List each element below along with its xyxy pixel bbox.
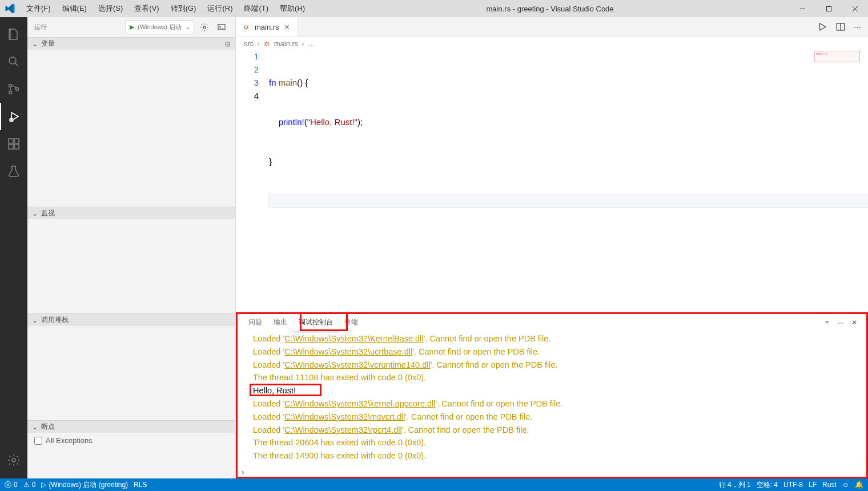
svg-point-1 (9, 57, 16, 64)
svg-point-4 (16, 88, 19, 91)
chevron-right-icon: › (302, 39, 304, 48)
more-icon[interactable]: ⋯ (854, 23, 861, 31)
svg-rect-9 (14, 139, 19, 143)
section-variables-header[interactable]: ⌄ 变量 ⊟ (27, 37, 235, 50)
section-watch-header[interactable]: ⌄ 监视 (27, 207, 235, 219)
section-breakpoints-header[interactable]: ⌄ 断点 (27, 420, 235, 433)
status-eol[interactable]: LF (809, 481, 817, 489)
debug-console-output[interactable]: Loaded 'C:\Windows\System32\KernelBase.d… (236, 332, 868, 465)
rust-file-icon: ⛭ (243, 23, 250, 31)
section-callstack-body (27, 326, 235, 420)
status-errors[interactable]: ⓧ0 (5, 480, 18, 490)
breadcrumb-folder[interactable]: src (244, 39, 254, 48)
code-content[interactable]: fn main() { println!("Hello, Rust!"); } (269, 50, 868, 312)
activity-extensions[interactable] (0, 130, 27, 158)
bottom-panel: 问题 输出 调试控制台 终端 ≡ ︿ ✕ Loaded 'C:\Windows\… (236, 312, 868, 478)
svg-point-2 (9, 84, 12, 87)
section-breakpoints-label: 断点 (41, 422, 55, 432)
svg-point-3 (9, 91, 12, 94)
status-bar: ⓧ0 ⚠0 ▷(Windows) 启动 (greeting) RLS 行 4，列… (0, 478, 868, 491)
status-warnings[interactable]: ⚠0 (23, 481, 36, 489)
window-maximize[interactable] (815, 0, 842, 17)
code-editor[interactable]: 1 2 3 4 fn main() { println!("Hello, Rus… (236, 50, 868, 312)
svg-rect-6 (9, 139, 13, 143)
activity-debug[interactable] (0, 103, 27, 130)
filter-icon[interactable]: ≡ (820, 319, 834, 327)
status-language[interactable]: Rust (822, 481, 837, 489)
svg-point-11 (203, 26, 206, 29)
breadcrumb-file[interactable]: main.rs (274, 39, 299, 48)
debug-console-input[interactable]: › (236, 465, 868, 478)
menu-view[interactable]: 查看(V) (128, 1, 164, 16)
gear-icon[interactable] (198, 21, 211, 34)
window-minimize[interactable] (789, 0, 815, 17)
menu-go[interactable]: 转到(G) (165, 1, 202, 16)
menu-help[interactable]: 帮助(H) (274, 1, 311, 16)
status-position[interactable]: 行 4，列 1 (719, 480, 751, 490)
tab-main-rs[interactable]: ⛭ main.rs ✕ (236, 17, 298, 37)
svg-rect-7 (9, 144, 13, 149)
window-title: main.rs - greeting - Visual Studio Code (311, 5, 789, 13)
section-variables-body (27, 50, 235, 207)
status-rls[interactable]: RLS (134, 481, 147, 489)
run-config-selector[interactable]: ▶ (Windows) 启动 ⌄ (126, 21, 194, 34)
activity-explorer[interactable] (0, 21, 27, 48)
window-close[interactable] (842, 0, 868, 17)
section-callstack-header[interactable]: ⌄ 调用堆栈 (27, 313, 235, 326)
panel-tab-debug-console[interactable]: 调试控制台 (293, 313, 339, 332)
warning-icon: ⚠ (23, 481, 30, 489)
breakpoint-row[interactable]: All Exceptions (34, 436, 228, 445)
activity-bar (0, 17, 27, 478)
section-variables-label: 变量 (41, 39, 55, 49)
editor-tabs: ⛭ main.rs ✕ ⋯ (236, 17, 868, 37)
activity-settings[interactable] (0, 446, 27, 474)
status-launch[interactable]: ▷(Windows) 启动 (greeting) (41, 480, 128, 490)
collapse-icon[interactable]: ⊟ (225, 40, 231, 48)
debug-sidebar: 运行 ▶ (Windows) 启动 ⌄ ⌄ 变量 ⊟ ⌄ 监视 ⌄ 调用堆栈 (27, 17, 236, 478)
section-callstack-label: 调用堆栈 (41, 315, 69, 325)
breadcrumbs[interactable]: src › ⛭ main.rs › … (236, 37, 868, 50)
run-icon[interactable] (817, 22, 827, 32)
activity-search[interactable] (0, 48, 27, 75)
chevron-down-icon: ⌄ (32, 40, 38, 48)
menu-run[interactable]: 运行(R) (202, 1, 238, 16)
rust-file-icon: ⛭ (263, 39, 271, 48)
menu-file[interactable]: 文件(F) (21, 1, 57, 16)
svg-rect-0 (826, 6, 831, 11)
panel-tab-output[interactable]: 输出 (268, 313, 293, 332)
menu-bar: 文件(F) 编辑(E) 选择(S) 查看(V) 转到(G) 运行(R) 终端(T… (21, 1, 311, 16)
start-debug-icon[interactable]: ▶ (130, 23, 134, 31)
section-breakpoints-body: All Exceptions (27, 433, 235, 448)
panel-maximize-icon[interactable]: ︿ (834, 317, 847, 327)
play-icon: ▷ (41, 481, 46, 489)
status-encoding[interactable]: UTF-8 (783, 481, 803, 489)
tab-label: main.rs (255, 23, 279, 31)
split-editor-icon[interactable] (835, 22, 846, 32)
menu-selection[interactable]: 选择(S) (93, 1, 128, 16)
menu-edit[interactable]: 编辑(E) (57, 1, 93, 16)
panel-tabs: 问题 输出 调试控制台 终端 ≡ ︿ ✕ (236, 312, 868, 332)
chevron-down-icon: ⌄ (32, 423, 38, 431)
line-number-gutter: 1 2 3 4 (236, 50, 269, 312)
activity-scm[interactable] (0, 75, 27, 103)
vscode-icon (5, 3, 15, 14)
panel-tab-problems[interactable]: 问题 (243, 313, 268, 332)
debug-console-icon[interactable] (215, 21, 228, 34)
menu-terminal[interactable]: 终端(T) (238, 1, 274, 16)
status-bell-icon[interactable]: 🔔 (855, 481, 863, 489)
title-bar: 文件(F) 编辑(E) 选择(S) 查看(V) 转到(G) 运行(R) 终端(T… (0, 0, 868, 17)
breadcrumb-more[interactable]: … (308, 39, 315, 48)
svg-rect-8 (14, 144, 19, 149)
status-feedback-icon[interactable]: ☺ (842, 481, 849, 489)
tab-close-icon[interactable]: ✕ (284, 23, 290, 31)
panel-close-icon[interactable]: ✕ (847, 319, 861, 327)
section-watch-label: 监视 (41, 208, 55, 218)
minimap[interactable]: main.rs (814, 51, 860, 62)
svg-point-10 (12, 458, 15, 462)
section-watch-body (27, 219, 235, 313)
panel-tab-terminal[interactable]: 终端 (339, 313, 364, 332)
editor-area: ⛭ main.rs ✕ ⋯ src › ⛭ main.rs › … 1 2 3 (236, 17, 868, 478)
status-spaces[interactable]: 空格: 4 (757, 480, 778, 490)
activity-test[interactable] (0, 158, 27, 185)
breakpoint-checkbox[interactable] (34, 437, 42, 445)
